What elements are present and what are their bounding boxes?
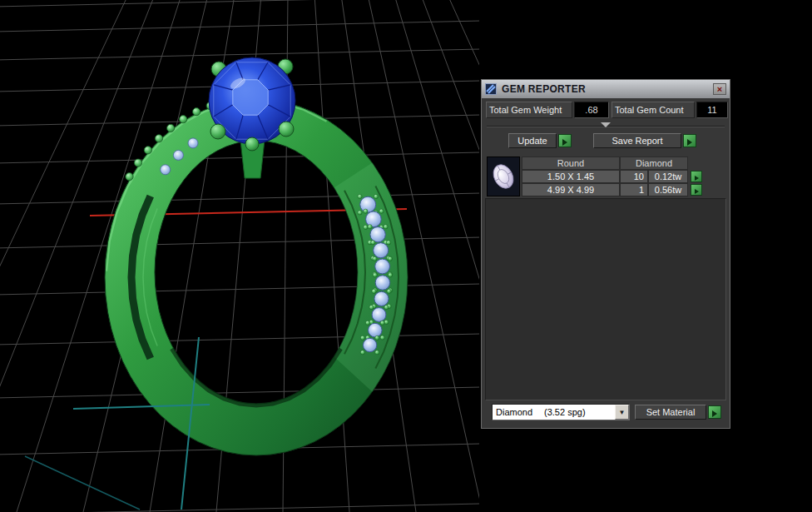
oval-gem-icon <box>488 157 519 196</box>
material-dropdown-text: Diamond(3.52 spg) <box>493 405 615 420</box>
panel-splitter[interactable] <box>482 122 730 131</box>
row-arrow-button[interactable] <box>691 171 702 182</box>
dropdown-arrow-icon[interactable]: ▼ <box>615 405 629 420</box>
play-arrow-icon <box>712 410 717 417</box>
application-window: GEM REPORTER × Total Gem Weight .68 Tota… <box>0 0 812 512</box>
total-gem-count-label: Total Gem Count <box>611 102 695 118</box>
table-cell-count[interactable]: 1 <box>620 183 648 196</box>
play-arrow-icon <box>687 139 692 146</box>
row-arrow-button[interactable] <box>691 184 702 196</box>
play-arrow-icon <box>695 189 699 194</box>
total-gem-count-value: 11 <box>696 102 728 118</box>
close-button[interactable]: × <box>713 83 726 95</box>
set-material-button[interactable]: Set Material <box>635 405 706 420</box>
update-button[interactable]: Update <box>508 133 557 148</box>
play-arrow-icon <box>695 176 699 181</box>
table-cell-weight[interactable]: 0.56tw <box>648 183 688 196</box>
table-header-material: Diamond <box>620 157 688 170</box>
save-report-arrow-button[interactable] <box>683 134 696 147</box>
gem-reporter-panel: GEM REPORTER × Total Gem Weight .68 Tota… <box>481 79 730 429</box>
panel-title: GEM REPORTER <box>502 83 713 95</box>
panel-titlebar[interactable]: GEM REPORTER × <box>482 80 730 98</box>
table-cell-weight[interactable]: 0.12tw <box>648 170 688 183</box>
table-header-shape: Round <box>522 157 620 170</box>
total-gem-weight-label: Total Gem Weight <box>486 102 572 118</box>
gem-reporter-icon <box>485 83 497 95</box>
play-arrow-icon <box>562 139 567 146</box>
report-body-area <box>485 198 726 400</box>
set-material-arrow-button[interactable] <box>708 405 721 419</box>
material-density: (3.52 spg) <box>544 407 586 417</box>
save-report-button[interactable]: Save Report <box>593 133 681 148</box>
gem-type-icon[interactable] <box>487 157 520 196</box>
total-gem-weight-value: .68 <box>574 102 609 118</box>
update-arrow-button[interactable] <box>558 134 572 147</box>
material-dropdown[interactable]: Diamond(3.52 spg) ▼ <box>492 404 630 420</box>
material-name: Diamond <box>496 407 532 417</box>
table-cell-size[interactable]: 1.50 X 1.45 <box>522 170 620 183</box>
splitter-handle-icon <box>601 122 611 127</box>
table-cell-count[interactable]: 10 <box>620 170 648 183</box>
table-cell-size[interactable]: 4.99 X 4.99 <box>522 183 620 196</box>
